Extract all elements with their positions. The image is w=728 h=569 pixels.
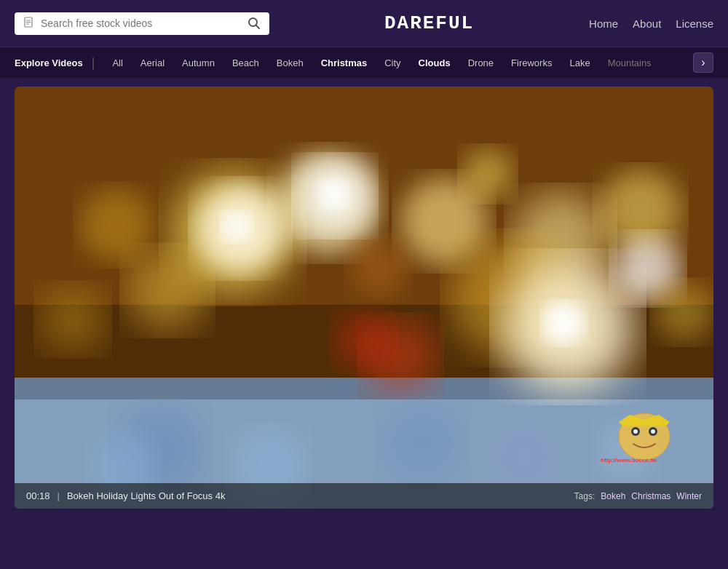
search-button[interactable] <box>248 17 261 30</box>
category-mountains[interactable]: Mountains <box>599 57 660 68</box>
category-autumn[interactable]: Autumn <box>173 57 223 68</box>
category-beach[interactable]: Beach <box>223 57 268 68</box>
video-info-left: 00:18 | Bokeh Holiday Lights Out of Focu… <box>26 490 225 501</box>
search-input[interactable] <box>41 17 242 29</box>
category-items: All Aerial Autumn Beach Bokeh Christmas … <box>103 57 690 68</box>
video-timestamp: 00:18 <box>26 490 50 501</box>
category-city[interactable]: City <box>376 57 409 68</box>
header: DAREFUL Home About License <box>0 0 728 47</box>
category-bokeh[interactable]: Bokeh <box>268 57 312 68</box>
tag-christmas[interactable]: Christmas <box>631 491 670 501</box>
nav-home[interactable]: Home <box>589 17 618 30</box>
svg-point-25 <box>40 287 106 352</box>
svg-text:http://www.bocce.tw: http://www.bocce.tw <box>601 457 657 463</box>
category-bar: Explore Videos | All Aerial Autumn Beach… <box>0 47 728 78</box>
video-bottom-bar: 00:18 | Bokeh Holiday Lights Out of Focu… <box>15 483 713 509</box>
category-lake[interactable]: Lake <box>561 57 598 68</box>
category-clouds[interactable]: Clouds <box>410 57 459 68</box>
svg-point-24 <box>462 148 513 199</box>
explore-label: Explore Videos <box>15 57 83 68</box>
svg-point-36 <box>320 181 347 207</box>
category-fireworks[interactable]: Fireworks <box>502 57 561 68</box>
svg-point-32 <box>382 403 462 483</box>
video-tags: Tags: Bokeh Christmas Winter <box>574 491 702 501</box>
tag-winter[interactable]: Winter <box>676 491 702 501</box>
svg-line-5 <box>256 25 260 29</box>
svg-point-26 <box>655 283 713 341</box>
logo[interactable]: DAREFUL <box>269 12 589 34</box>
video-container[interactable]: 00:18 | Bokeh Holiday Lights Out of Focu… <box>15 87 713 509</box>
watermark: http://www.bocce.tw <box>597 411 692 472</box>
category-aerial[interactable]: Aerial <box>132 57 173 68</box>
search-box <box>15 12 269 35</box>
svg-point-41 <box>633 429 638 434</box>
svg-point-35 <box>222 212 251 241</box>
tag-bokeh[interactable]: Bokeh <box>601 491 625 501</box>
svg-point-14 <box>127 250 207 330</box>
svg-point-28 <box>335 312 393 370</box>
video-title: Bokeh Holiday Lights Out of Focus 4k <box>67 490 226 501</box>
category-christmas[interactable]: Christmas <box>312 57 376 68</box>
svg-point-33 <box>491 425 557 490</box>
svg-point-37 <box>544 303 585 343</box>
document-icon <box>23 17 35 31</box>
main-content: 00:18 | Bokeh Holiday Lights Out of Focu… <box>0 78 728 517</box>
nav-links: Home About License <box>589 17 713 30</box>
nav-license[interactable]: License <box>676 17 713 30</box>
category-drone[interactable]: Drone <box>459 57 502 68</box>
nav-about[interactable]: About <box>633 17 661 30</box>
svg-point-42 <box>651 429 655 434</box>
svg-point-23 <box>349 239 408 298</box>
category-next-button[interactable]: › <box>693 52 713 73</box>
category-all[interactable]: All <box>103 57 131 68</box>
video-separator: | <box>58 490 60 501</box>
divider: | <box>92 55 95 71</box>
tags-label: Tags: <box>574 491 596 501</box>
svg-point-15 <box>80 188 153 261</box>
